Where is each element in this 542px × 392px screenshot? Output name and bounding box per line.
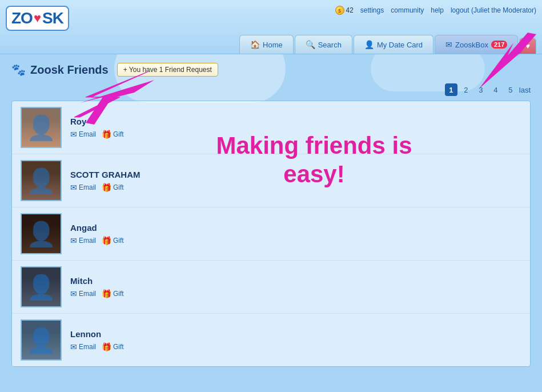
gift-button[interactable]: 🎁 Gift: [102, 183, 124, 192]
friends-list: 👤 Roy ✉ Email 🎁 Gift 👤: [11, 101, 531, 367]
logo[interactable]: ZO ♥ SK: [6, 6, 69, 31]
email-button[interactable]: ✉ Email: [70, 183, 96, 192]
email-label: Email: [79, 343, 96, 351]
page-5[interactable]: 5: [504, 83, 517, 96]
friends-header: 🐾 Zoosk Friends + You have 1 Friend Requ…: [11, 63, 531, 77]
email-icon: ✉: [70, 236, 77, 245]
coin-icon: $: [335, 6, 344, 15]
email-label: Email: [79, 130, 96, 138]
email-button[interactable]: ✉ Email: [70, 236, 96, 245]
community-link[interactable]: community: [391, 6, 424, 14]
gift-label: Gift: [113, 290, 124, 298]
gift-label: Gift: [113, 183, 124, 191]
tab-home[interactable]: 🏠 Home: [239, 35, 294, 54]
gift-label: Gift: [113, 130, 124, 138]
avatar-silhouette: 👤: [26, 326, 56, 354]
page-2[interactable]: 2: [460, 83, 472, 96]
page-last[interactable]: last: [519, 86, 531, 94]
avatar[interactable]: 👤: [21, 319, 62, 361]
home-icon: 🏠: [250, 40, 260, 49]
friend-info: Angad ✉ Email 🎁 Gift: [70, 223, 124, 245]
friend-name: SCOTT GRAHAM: [70, 170, 140, 179]
page-3[interactable]: 3: [475, 83, 487, 96]
main-content: 🐾 Zoosk Friends + You have 1 Friend Requ…: [0, 54, 542, 375]
coins-display: $ 42: [335, 6, 354, 15]
tab-zooskbox[interactable]: ✉ ZooskBox 217: [435, 35, 518, 54]
person-icon: 👤: [364, 40, 374, 49]
email-label: Email: [79, 237, 96, 245]
avatar[interactable]: 👤: [21, 107, 62, 148]
logo-zo: ZO: [11, 9, 33, 27]
friend-name: Mitch: [70, 276, 124, 286]
avatar-silhouette: 👤: [26, 114, 56, 142]
logout-link[interactable]: logout (Juliet the Moderator): [451, 6, 536, 14]
gift-button[interactable]: 🎁 Gift: [102, 342, 124, 351]
logo-heart-icon: ♥: [34, 11, 41, 26]
settings-link[interactable]: settings: [360, 6, 384, 14]
gift-icon: 🎁: [102, 130, 111, 139]
friends-icon: 🐾: [11, 63, 26, 77]
avatar-silhouette: 👤: [26, 273, 56, 301]
email-icon: ✉: [70, 289, 77, 298]
gift-icon: 🎁: [102, 342, 111, 351]
email-button[interactable]: ✉ Email: [70, 342, 96, 351]
table-row: 👤 Lennon ✉ Email 🎁 Gift: [12, 314, 530, 366]
tab-date-card-label: My Date Card: [377, 41, 423, 49]
table-row: 👤 SCOTT GRAHAM ✉ Email 🎁 Gift: [12, 154, 530, 207]
avatar-silhouette: 👤: [26, 167, 56, 195]
email-icon: ✉: [70, 183, 77, 192]
page-title: Zoosk Friends: [30, 63, 109, 77]
gift-icon: 🎁: [102, 289, 111, 298]
page-4[interactable]: 4: [489, 83, 502, 96]
email-icon: ✉: [70, 130, 77, 139]
gift-button[interactable]: 🎁 Gift: [102, 236, 124, 245]
tab-heart[interactable]: ♥: [519, 38, 536, 54]
friend-info: SCOTT GRAHAM ✉ Email 🎁 Gift: [70, 170, 140, 192]
zooskbox-badge: 217: [491, 41, 507, 49]
pagination: 1 2 3 4 5 last: [11, 83, 531, 96]
tab-date-card[interactable]: 👤 My Date Card: [354, 35, 433, 54]
table-row: 👤 Roy ✉ Email 🎁 Gift: [12, 101, 530, 154]
page-1[interactable]: 1: [445, 83, 457, 96]
avatar-silhouette: 👤: [26, 220, 56, 248]
gift-label: Gift: [113, 237, 124, 245]
friend-actions: ✉ Email 🎁 Gift: [70, 183, 140, 192]
search-icon: 🔍: [306, 40, 315, 49]
top-right-nav: $ 42 settings community help logout (Jul…: [335, 6, 537, 15]
friend-name: Roy: [70, 117, 124, 126]
tab-search-label: Search: [318, 41, 342, 49]
avatar[interactable]: 👤: [21, 213, 62, 254]
friend-info: Roy ✉ Email 🎁 Gift: [70, 117, 124, 139]
friend-actions: ✉ Email 🎁 Gift: [70, 342, 124, 351]
header: ZO ♥ SK $ 42 settings community help log…: [0, 0, 542, 54]
friend-info: Lennon ✉ Email 🎁 Gift: [70, 329, 124, 351]
friend-info: Mitch ✉ Email 🎁 Gift: [70, 276, 124, 298]
email-button[interactable]: ✉ Email: [70, 289, 96, 298]
gift-icon: 🎁: [102, 236, 111, 245]
avatar[interactable]: 👤: [21, 266, 62, 307]
gift-button[interactable]: 🎁 Gift: [102, 289, 124, 298]
tab-search[interactable]: 🔍 Search: [295, 35, 352, 54]
tab-nav: 🏠 Home 🔍 Search 👤 My Date Card ✉ ZooskBo…: [239, 35, 536, 54]
friend-actions: ✉ Email 🎁 Gift: [70, 130, 124, 139]
heart-tab-icon: ♥: [525, 42, 530, 50]
friend-actions: ✉ Email 🎁 Gift: [70, 236, 124, 245]
table-row: 👤 Angad ✉ Email 🎁 Gift: [12, 207, 530, 261]
coins-count: 42: [346, 6, 354, 14]
email-icon: ✉: [70, 342, 77, 351]
gift-icon: 🎁: [102, 183, 111, 192]
email-label: Email: [79, 290, 96, 298]
logo-sk: SK: [42, 9, 63, 27]
mail-icon: ✉: [445, 40, 452, 49]
help-link[interactable]: help: [431, 6, 444, 14]
avatar[interactable]: 👤: [21, 160, 62, 201]
friends-title: 🐾 Zoosk Friends: [11, 63, 109, 77]
friend-request-button[interactable]: + You have 1 Friend Request: [117, 63, 218, 77]
tab-home-label: Home: [263, 41, 283, 49]
gift-button[interactable]: 🎁 Gift: [102, 130, 124, 139]
friend-actions: ✉ Email 🎁 Gift: [70, 289, 124, 298]
friend-name: Angad: [70, 223, 124, 233]
tab-zooskbox-label: ZooskBox: [455, 41, 488, 49]
friend-name: Lennon: [70, 329, 124, 339]
email-button[interactable]: ✉ Email: [70, 130, 96, 139]
